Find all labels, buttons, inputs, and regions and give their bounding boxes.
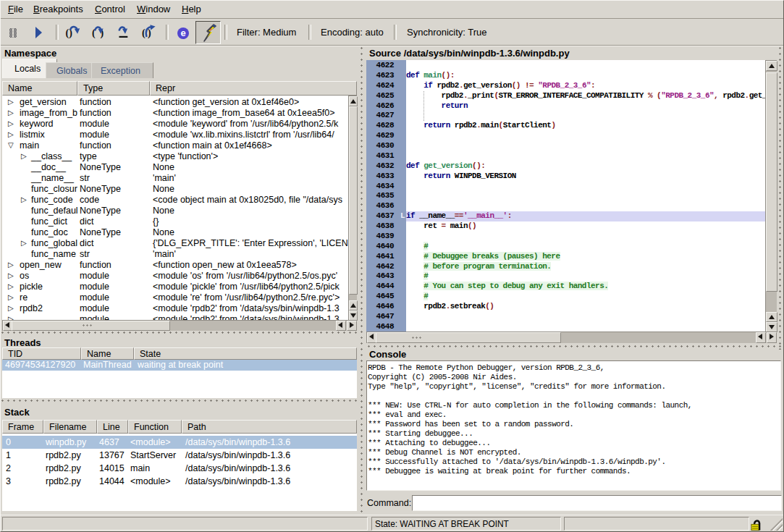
svg-text:(): () [66,28,73,39]
svg-text:(: ( [142,28,146,39]
